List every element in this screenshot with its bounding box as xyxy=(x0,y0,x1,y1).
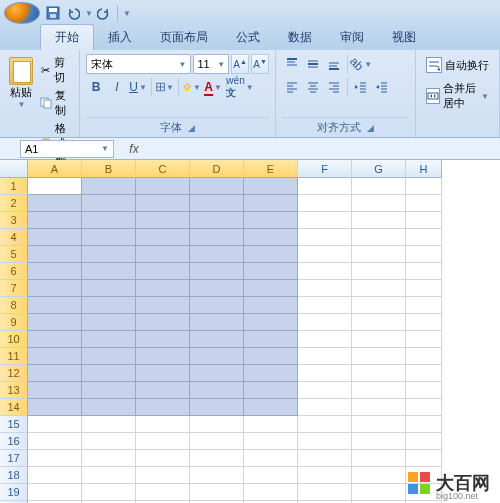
tab-home[interactable]: 开始 xyxy=(40,24,94,50)
cell[interactable] xyxy=(82,297,136,314)
wrap-text-button[interactable]: 自动换行 xyxy=(422,54,493,76)
cell[interactable] xyxy=(298,433,352,450)
row-header[interactable]: 8 xyxy=(0,297,28,314)
cell[interactable] xyxy=(82,212,136,229)
cell[interactable] xyxy=(28,331,82,348)
cell[interactable] xyxy=(190,450,244,467)
cell[interactable] xyxy=(352,195,406,212)
row-header[interactable]: 11 xyxy=(0,348,28,365)
cell[interactable] xyxy=(28,433,82,450)
row-header[interactable]: 17 xyxy=(0,450,28,467)
tab-insert[interactable]: 插入 xyxy=(94,25,146,50)
cell[interactable] xyxy=(28,212,82,229)
cell[interactable] xyxy=(352,450,406,467)
cell[interactable] xyxy=(136,297,190,314)
tab-view[interactable]: 视图 xyxy=(378,25,430,50)
row-header[interactable]: 1 xyxy=(0,178,28,195)
cell[interactable] xyxy=(406,212,442,229)
cell[interactable] xyxy=(298,246,352,263)
cell[interactable] xyxy=(406,314,442,331)
row-header[interactable]: 18 xyxy=(0,467,28,484)
cell[interactable] xyxy=(352,280,406,297)
cell[interactable] xyxy=(244,212,298,229)
grow-font-button[interactable]: A▲ xyxy=(231,54,249,74)
font-color-button[interactable]: A ▼ xyxy=(203,77,223,97)
cell[interactable] xyxy=(244,416,298,433)
cell[interactable] xyxy=(28,416,82,433)
cell[interactable] xyxy=(136,450,190,467)
cell[interactable] xyxy=(190,348,244,365)
cell[interactable] xyxy=(190,212,244,229)
cell[interactable] xyxy=(352,212,406,229)
cell[interactable] xyxy=(244,348,298,365)
cell[interactable] xyxy=(190,263,244,280)
cell[interactable] xyxy=(136,263,190,280)
cell[interactable] xyxy=(244,382,298,399)
cell[interactable] xyxy=(406,433,442,450)
cell[interactable] xyxy=(82,178,136,195)
cell[interactable] xyxy=(136,467,190,484)
cell[interactable] xyxy=(352,433,406,450)
cell[interactable] xyxy=(406,382,442,399)
tab-data[interactable]: 数据 xyxy=(274,25,326,50)
undo-dropdown-icon[interactable]: ▼ xyxy=(84,9,93,18)
cell[interactable] xyxy=(136,195,190,212)
cell[interactable] xyxy=(352,246,406,263)
spreadsheet-grid[interactable]: ABCDEFGH 1234567891011121314151617181920… xyxy=(0,160,500,503)
cell[interactable] xyxy=(190,382,244,399)
row-header[interactable]: 5 xyxy=(0,246,28,263)
increase-indent-button[interactable] xyxy=(372,77,392,97)
underline-button[interactable]: U▼ xyxy=(128,77,148,97)
cell[interactable] xyxy=(28,246,82,263)
cell[interactable] xyxy=(136,314,190,331)
cell[interactable] xyxy=(82,314,136,331)
column-header[interactable]: F xyxy=(298,160,352,178)
cell[interactable] xyxy=(244,399,298,416)
cell[interactable] xyxy=(298,348,352,365)
cell[interactable] xyxy=(244,484,298,501)
font-launcher-icon[interactable]: ◢ xyxy=(188,123,195,133)
cell[interactable] xyxy=(136,365,190,382)
cell[interactable] xyxy=(406,348,442,365)
cell[interactable] xyxy=(136,331,190,348)
cell[interactable] xyxy=(136,280,190,297)
cell[interactable] xyxy=(244,195,298,212)
cell[interactable] xyxy=(244,246,298,263)
cell[interactable] xyxy=(244,297,298,314)
cell[interactable] xyxy=(82,348,136,365)
cell[interactable] xyxy=(82,416,136,433)
cell[interactable] xyxy=(190,416,244,433)
cell[interactable] xyxy=(298,467,352,484)
cell[interactable] xyxy=(82,246,136,263)
cell[interactable] xyxy=(298,416,352,433)
cell[interactable] xyxy=(190,314,244,331)
cell[interactable] xyxy=(352,416,406,433)
cell[interactable] xyxy=(190,246,244,263)
cell[interactable] xyxy=(28,178,82,195)
cell[interactable] xyxy=(298,314,352,331)
cell[interactable] xyxy=(136,433,190,450)
cell[interactable] xyxy=(244,263,298,280)
row-header[interactable]: 9 xyxy=(0,314,28,331)
shrink-font-button[interactable]: A▼ xyxy=(251,54,269,74)
column-header[interactable]: B xyxy=(82,160,136,178)
row-header[interactable]: 14 xyxy=(0,399,28,416)
cell[interactable] xyxy=(298,212,352,229)
cell[interactable] xyxy=(136,212,190,229)
cell[interactable] xyxy=(406,399,442,416)
cell[interactable] xyxy=(82,331,136,348)
cell[interactable] xyxy=(298,280,352,297)
row-header[interactable]: 19 xyxy=(0,484,28,501)
tab-formulas[interactable]: 公式 xyxy=(222,25,274,50)
row-header[interactable]: 2 xyxy=(0,195,28,212)
cell[interactable] xyxy=(28,297,82,314)
border-button[interactable]: ▼ xyxy=(155,77,175,97)
phonetic-button[interactable]: wén文▼ xyxy=(230,77,250,97)
cell[interactable] xyxy=(352,314,406,331)
copy-button[interactable]: 复制 xyxy=(38,87,73,119)
cell[interactable] xyxy=(352,263,406,280)
cell[interactable] xyxy=(28,365,82,382)
cell[interactable] xyxy=(28,314,82,331)
cell[interactable] xyxy=(406,416,442,433)
align-middle-button[interactable] xyxy=(303,54,323,74)
